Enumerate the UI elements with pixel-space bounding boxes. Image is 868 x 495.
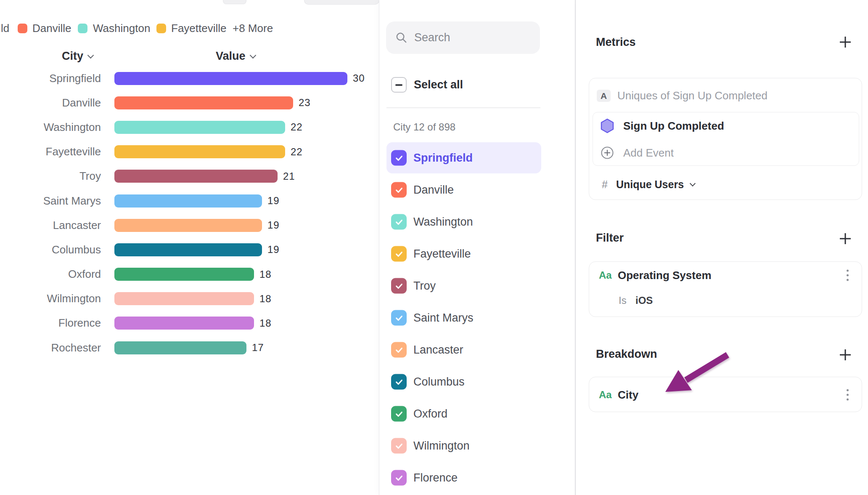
chevron-down-icon	[690, 180, 696, 186]
city-option-label: Fayetteville	[413, 248, 471, 261]
legend-more-button[interactable]: +8 More	[233, 22, 273, 34]
city-checkbox[interactable]	[391, 182, 407, 198]
top-tab-fragment	[304, 0, 379, 5]
select-all-row[interactable]: Select all	[391, 77, 463, 93]
kebab-menu-icon[interactable]	[844, 387, 851, 403]
city-option[interactable]: Troy	[379, 270, 575, 302]
add-event-row[interactable]: Add Event	[593, 139, 859, 166]
check-icon	[394, 346, 404, 354]
city-option-list: SpringfieldDanvilleWashingtonFayettevill…	[379, 142, 575, 494]
chart-row: Danville23	[0, 90, 379, 115]
chart-row: Springfield30	[0, 66, 379, 90]
metric-summary: Uniques of Sign Up Completed	[617, 90, 767, 102]
city-option[interactable]: Fayetteville	[379, 238, 575, 270]
city-option[interactable]: Wilmington	[379, 430, 575, 462]
breakdown-values-panel: Select all City 12 of 898 SpringfieldDan…	[379, 0, 575, 495]
city-label: Lancaster	[0, 219, 101, 232]
value-bar[interactable]	[114, 243, 262, 256]
filter-condition-row[interactable]: Is iOS	[589, 295, 862, 311]
filter-card: Aa Operating System Is iOS	[589, 261, 862, 317]
value-bar[interactable]	[114, 170, 278, 183]
city-checkbox[interactable]	[391, 246, 407, 262]
city-count-label: City 12 of 898	[393, 121, 455, 133]
value-bar[interactable]	[114, 121, 285, 134]
check-icon	[394, 442, 404, 450]
city-option[interactable]: Oxford	[379, 398, 575, 430]
city-option[interactable]: Columbus	[379, 366, 575, 398]
legend-swatch	[156, 24, 166, 33]
value-bar[interactable]	[114, 317, 254, 330]
value-bar[interactable]	[114, 268, 254, 281]
city-option[interactable]: Florence	[379, 462, 575, 494]
filter-value[interactable]: iOS	[635, 295, 653, 306]
sort-header-value-label: Value	[216, 50, 246, 62]
city-checkbox[interactable]	[391, 470, 407, 486]
analytics-app: ld Danville Washington Fayetteville +8 M…	[0, 0, 868, 495]
breakdown-property-row[interactable]: Aa City	[589, 377, 862, 412]
kebab-menu-icon[interactable]	[844, 267, 851, 284]
legend-item-clipped[interactable]: ld	[1, 22, 9, 34]
city-option[interactable]: Danville	[379, 174, 575, 206]
city-label: Fayetteville	[0, 145, 101, 158]
city-label: Springfield	[0, 72, 101, 85]
add-metric-button[interactable]	[839, 35, 852, 49]
metrics-section-title: Metrics	[596, 36, 636, 49]
city-checkbox[interactable]	[391, 374, 407, 390]
legend-item[interactable]: Danville	[32, 22, 71, 34]
value-bar[interactable]	[114, 194, 262, 208]
add-breakdown-button[interactable]	[839, 348, 852, 362]
value-bar[interactable]	[114, 96, 293, 109]
city-option[interactable]: Washington	[379, 206, 575, 238]
filter-operator[interactable]: Is	[619, 295, 627, 306]
search-box[interactable]	[386, 21, 540, 54]
city-checkbox[interactable]	[391, 438, 407, 454]
city-option[interactable]: Lancaster	[379, 334, 575, 366]
city-checkbox[interactable]	[391, 406, 407, 422]
city-option[interactable]: Springfield	[379, 142, 575, 174]
city-option-label: Florence	[413, 471, 458, 484]
value-bar[interactable]	[114, 145, 285, 158]
sort-header-value[interactable]: Value	[216, 50, 255, 62]
string-type-icon: Aa	[599, 269, 612, 281]
chart-row: Wilmington18	[0, 287, 379, 311]
value-label: 19	[267, 195, 280, 207]
check-icon	[394, 410, 404, 418]
city-checkbox[interactable]	[391, 150, 407, 166]
city-label: Oxford	[0, 268, 101, 281]
value-bar[interactable]	[114, 292, 254, 305]
breakdown-card: Aa City	[589, 377, 862, 412]
value-bar[interactable]	[114, 341, 246, 354]
measure-selector[interactable]: # Unique Users	[589, 172, 862, 197]
add-filter-button[interactable]	[839, 232, 852, 245]
city-checkbox[interactable]	[391, 342, 407, 358]
sort-header-city[interactable]: City	[62, 50, 93, 62]
city-option-label: Lancaster	[413, 343, 463, 357]
check-icon	[394, 154, 404, 162]
city-checkbox[interactable]	[391, 214, 407, 230]
value-label: 22	[291, 121, 303, 133]
city-checkbox[interactable]	[391, 310, 407, 326]
value-bar[interactable]	[114, 219, 262, 232]
measure-label: Unique Users	[616, 178, 684, 191]
breakdown-property-name: City	[618, 389, 638, 402]
city-checkbox[interactable]	[391, 278, 407, 294]
city-label: Saint Marys	[0, 194, 101, 208]
legend-item[interactable]: Washington	[93, 22, 150, 34]
city-option-label: Oxford	[413, 407, 447, 420]
city-option-label: Danville	[413, 184, 454, 197]
event-hexagon-icon	[600, 118, 614, 133]
chart-row: Washington22	[0, 115, 379, 139]
plus-icon	[839, 35, 852, 49]
select-all-checkbox[interactable]	[391, 77, 407, 93]
filter-property-row[interactable]: Aa Operating System	[589, 262, 862, 289]
value-label: 23	[299, 97, 311, 109]
search-input[interactable]	[414, 31, 532, 44]
chart-row: Rochester17	[0, 335, 379, 360]
city-option[interactable]: Saint Marys	[379, 302, 575, 334]
legend-item[interactable]: Fayetteville	[171, 22, 227, 34]
value-label: 18	[259, 293, 272, 305]
search-icon	[395, 32, 408, 44]
event-row[interactable]: Sign Up Completed	[593, 112, 859, 139]
event-name: Sign Up Completed	[623, 120, 724, 133]
value-bar[interactable]	[114, 72, 347, 85]
